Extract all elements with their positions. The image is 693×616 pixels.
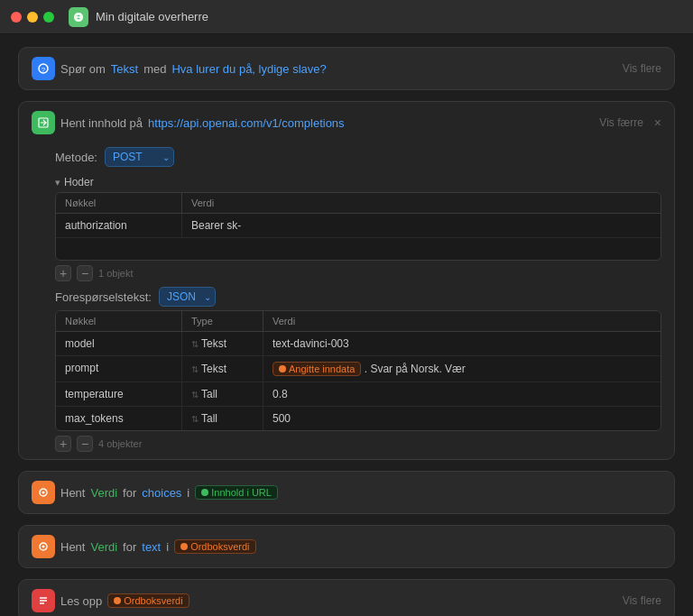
les-opp-label: Les opp [60, 594, 102, 608]
innhold-url-pill: Innhold i URL [195, 485, 278, 500]
les-vis-flere[interactable]: Vis flere [623, 594, 661, 607]
choices-verdi-label: Verdi [90, 486, 117, 500]
json-format-select[interactable]: JSON XML Form [159, 287, 216, 307]
body-val-prompt-suffix: . Svar på Norsk. Vær [365, 363, 466, 375]
body-key-model: model [56, 332, 182, 355]
angitte-inndata-dot [279, 365, 286, 372]
choices-key: choices [142, 486, 181, 500]
text-card-row: Hent Verdi for text i Ordboksverdi [19, 526, 674, 567]
titlebar: Min digitale overherre [0, 0, 693, 34]
ask-vis-flere[interactable]: Vis flere [623, 62, 661, 75]
body-remove-button[interactable]: − [77, 436, 93, 452]
ask-question: Hva lurer du på, lydige slave? [171, 62, 326, 76]
text-for-label: for [123, 540, 136, 554]
ordboks-dot-les [114, 597, 121, 604]
body-col-type: Type [182, 311, 263, 331]
fullscreen-button[interactable] [43, 12, 54, 23]
headers-col-nokkel: Nøkkel [56, 193, 182, 213]
traffic-lights [11, 12, 54, 23]
text-icon [32, 535, 55, 558]
text-i-label: i [166, 540, 169, 554]
choices-for-label: for [123, 486, 136, 500]
body-key-temperature: temperature [56, 382, 182, 406]
les-opp-card-row: Les opp Ordboksverdi Vis flere [19, 580, 674, 616]
body-table-header: Nøkkel Type Verdi [56, 311, 661, 332]
headers-table-header: Nøkkel Verdi [56, 193, 661, 214]
fetch-vis-label[interactable]: Vis færre [599, 116, 642, 129]
fetch-card: Hent innhold på https://api.openai.com/v… [18, 101, 675, 460]
request-body-row: Forespørselstekst: JSON XML Form [19, 281, 674, 310]
ask-with-label: med [143, 62, 166, 76]
body-type-arrows-temperature: ⇅ [191, 390, 199, 400]
ask-icon: ? [32, 57, 55, 80]
body-type-arrows-max-tokens: ⇅ [191, 414, 199, 424]
headers-add-remove: + − 1 objekt [19, 261, 674, 281]
body-val-temperature: 0.8 [263, 382, 661, 406]
body-val-prompt: Angitte inndata . Svar på Norsk. Vær [263, 356, 661, 382]
ordboks-dot-text [180, 543, 188, 550]
fetch-url[interactable]: https://api.openai.com/v1/completions [148, 116, 345, 130]
ordboks-les-label: Ordboksverdi [124, 595, 182, 606]
method-row: Metode: POST GET PUT DELETE [19, 143, 674, 170]
svg-point-6 [42, 546, 45, 548]
text-hent-label: Hent [60, 540, 85, 554]
body-type-temperature: ⇅ Tall [182, 382, 263, 406]
headers-count: 1 objekt [98, 268, 134, 279]
choices-card-row: Hent Verdi for choices i Innhold i URL [19, 472, 674, 513]
fetch-label: Hent innhold på [60, 116, 143, 130]
headers-col-verdi: Verdi [182, 193, 661, 213]
body-type-arrows-prompt: ⇅ [191, 364, 199, 374]
body-add-button[interactable]: + [55, 436, 71, 452]
ask-card-row: ? Spør om Tekst med Hva lurer du på, lyd… [19, 48, 674, 89]
body-key-prompt: prompt [56, 356, 182, 382]
text-card: Hent Verdi for text i Ordboksverdi [18, 525, 675, 568]
innhold-url-text: Innhold i URL [211, 487, 272, 498]
body-row-model: model ⇅ Tekst text-davinci-003 [56, 332, 661, 356]
header-key-authorization: authorization [56, 214, 182, 237]
app-icon [69, 7, 88, 27]
minimize-button[interactable] [27, 12, 38, 23]
body-table: Nøkkel Type Verdi model ⇅ Tekst text-dav… [55, 310, 661, 431]
header-row-authorization: authorization Bearer sk- [56, 214, 661, 238]
ordboks-pill-les: Ordboksverdi [107, 593, 189, 608]
headers-add-button[interactable]: + [55, 265, 71, 281]
body-row-max-tokens: max_tokens ⇅ Tall 500 [56, 407, 661, 430]
fetch-card-header: Hent innhold på https://api.openai.com/v… [19, 102, 674, 143]
body-add-remove: + − 4 objekter [19, 431, 674, 452]
main-content: ? Spør om Tekst med Hva lurer du på, lyd… [0, 34, 693, 616]
choices-card: Hent Verdi for choices i Innhold i URL [18, 471, 675, 514]
json-select-wrapper[interactable]: JSON XML Form [159, 287, 216, 307]
app-title: Min digitale overherre [96, 10, 208, 23]
fetch-close-icon[interactable]: × [654, 115, 661, 130]
hoder-section-header: ▾ Hoder [19, 170, 674, 192]
headers-remove-button[interactable]: − [77, 265, 93, 281]
request-label: Forespørselstekst: [55, 290, 152, 304]
body-row-prompt: prompt ⇅ Tekst Angitte inndata . Svar på… [56, 356, 661, 382]
method-select-wrapper[interactable]: POST GET PUT DELETE [105, 147, 174, 167]
angitte-inndata-pill: Angitte inndata [273, 362, 361, 376]
body-type-prompt: ⇅ Tekst [182, 356, 263, 382]
hoder-label: Hoder [64, 176, 94, 188]
body-val-max-tokens: 500 [263, 407, 661, 430]
les-opp-card: Les opp Ordboksverdi Vis flere [18, 579, 675, 616]
body-col-nokkel: Nøkkel [56, 311, 182, 331]
text-key: text [142, 540, 161, 554]
method-label: Metode: [55, 151, 97, 164]
ordboks-text-label: Ordboksverdi [190, 541, 249, 552]
innhold-url-dot [201, 489, 208, 496]
svg-point-4 [42, 492, 45, 494]
choices-i-label: i [187, 486, 189, 500]
close-button[interactable] [11, 12, 22, 23]
ask-card: ? Spør om Tekst med Hva lurer du på, lyd… [18, 47, 675, 90]
svg-text:?: ? [42, 66, 46, 74]
ask-label: Spør om [60, 62, 106, 76]
method-select[interactable]: POST GET PUT DELETE [105, 147, 174, 167]
les-opp-icon [32, 589, 55, 612]
body-val-model: text-davinci-003 [263, 332, 661, 355]
ask-type-value: Tekst [111, 62, 138, 76]
body-count: 4 objekter [98, 438, 142, 449]
text-verdi-label: Verdi [90, 540, 117, 554]
headers-table: Nøkkel Verdi authorization Bearer sk- [55, 192, 661, 261]
hoder-chevron-icon: ▾ [55, 177, 60, 188]
choices-icon [32, 481, 55, 504]
